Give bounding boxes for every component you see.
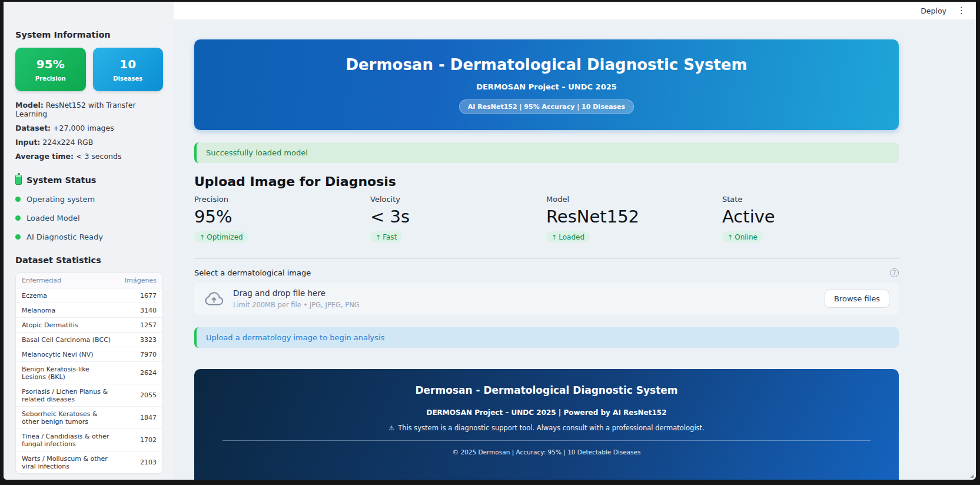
cloud-upload-icon	[204, 291, 224, 307]
metric-velocity: Velocity < 3s Fast	[370, 195, 546, 242]
precision-card-value: 95%	[36, 57, 65, 71]
table-row: Warts / Molluscum & other viral infectio…	[16, 451, 162, 474]
app-window: System Information 95% Precision 10 Dise…	[4, 2, 976, 480]
green-status-dot-icon	[15, 197, 21, 202]
dropzone-title: Drag and drop file here	[233, 288, 815, 298]
count-cell: 1677	[119, 288, 162, 303]
disease-cell: Atopic Dermatitis	[16, 318, 119, 333]
dropzone-hint: Limit 200MB per file • JPG, JPEG, PNG	[233, 301, 815, 309]
table-header-row: Enfermedad Imágenes	[16, 273, 162, 288]
resize-grip[interactable]: ◢	[970, 474, 975, 479]
status-item-label: Loaded Model	[26, 214, 80, 222]
main-content: Dermosan - Dermatological Diagnostic Sys…	[174, 19, 976, 480]
column-header-images: Imágenes	[119, 273, 162, 288]
disease-cell: Basal Cell Carcinoma (BCC)	[16, 333, 119, 347]
metric-value: Active	[722, 207, 898, 227]
system-information-title: System Information	[15, 30, 163, 39]
up-arrow-icon	[552, 233, 557, 241]
dataset-statistics-title: Dataset Statistics	[15, 255, 163, 265]
metric-delta-badge: Loaded	[546, 231, 590, 242]
count-cell: 7970	[119, 347, 162, 362]
disease-cell: Melanocytic Nevi (NV)	[16, 347, 119, 362]
metric-value: < 3s	[370, 207, 546, 227]
up-arrow-icon	[200, 233, 205, 241]
footer-banner: Dermosan - Dermatological Diagnostic Sys…	[194, 369, 899, 480]
status-item-loaded-model: Loaded Model	[15, 214, 163, 222]
table-row: Basal Cell Carcinoma (BCC)3323	[16, 333, 162, 347]
disease-cell: Tinea / Candidiasis & other fungal infec…	[16, 429, 119, 451]
metric-label: Precision	[194, 195, 370, 204]
overflow-menu-icon[interactable]: ⋮	[957, 6, 965, 15]
hero-banner: Dermosan - Dermatological Diagnostic Sys…	[194, 39, 899, 130]
spec-avg-time-label: Average time:	[15, 152, 74, 161]
table-row: Tinea / Candidiasis & other fungal infec…	[16, 429, 162, 451]
spec-input-label: Input:	[15, 138, 40, 147]
disease-cell: Warts / Molluscum & other viral infectio…	[16, 451, 119, 474]
browse-files-button[interactable]: Browse files	[825, 290, 889, 308]
metric-label: Velocity	[370, 195, 546, 204]
hero-badge: AI ResNet152 | 95% Accuracy | 10 Disease…	[459, 99, 634, 114]
success-alert: Successfully loaded model	[194, 142, 899, 163]
disease-cell: Seborrheic Keratoses & other benign tumo…	[16, 407, 119, 429]
metric-label: Model	[546, 195, 722, 204]
system-status-title-text: System Status	[26, 175, 97, 185]
spec-avg-time-value: < 3 seconds	[74, 152, 121, 161]
footer-title: Dermosan - Dermatological Diagnostic Sys…	[194, 384, 899, 396]
table-row: Atopic Dermatitis1257	[16, 318, 162, 333]
spec-model-label: Model:	[15, 101, 44, 109]
disease-cell: Psoriasis / Lichen Planus & related dise…	[16, 384, 119, 407]
table-row: Melanocytic Nevi (NV)7970	[16, 347, 162, 362]
column-header-disease: Enfermedad	[16, 273, 119, 288]
metric-value: 95%	[194, 207, 370, 227]
diseases-card: 10 Diseases	[93, 48, 164, 91]
status-item-label: AI Diagnostic Ready	[26, 232, 103, 241]
count-cell: 3323	[119, 333, 162, 347]
dataset-table: Enfermedad Imágenes Eczema1677 Melanoma3…	[15, 273, 163, 474]
count-cell: 3140	[119, 303, 162, 318]
upload-section-title: Upload Image for Diagnosis	[194, 174, 899, 189]
file-dropzone[interactable]: Drag and drop file here Limit 200MB per …	[194, 283, 899, 315]
table-row: Eczema1677	[16, 288, 162, 303]
section-divider	[194, 258, 899, 259]
spec-input: Input: 224x224 RGB	[15, 138, 163, 147]
precision-card-label: Precision	[35, 75, 66, 82]
count-cell: 2055	[119, 384, 162, 407]
metric-state: State Active Online	[722, 195, 898, 242]
diseases-card-value: 10	[119, 57, 136, 71]
help-icon[interactable]	[890, 268, 899, 277]
green-status-dot-icon	[15, 215, 21, 221]
metric-delta-badge: Online	[722, 231, 763, 242]
count-cell: 2624	[119, 362, 162, 384]
deploy-button[interactable]: Deploy	[921, 6, 946, 15]
spec-dataset-value: +27,000 images	[51, 124, 114, 132]
disease-cell: Benign Keratosis-like Lesions (BKL)	[16, 362, 119, 384]
table-row: Seborrheic Keratoses & other benign tumo…	[16, 407, 162, 429]
count-cell: 2103	[119, 451, 162, 474]
table-row: Benign Keratosis-like Lesions (BKL)2624	[16, 362, 162, 384]
status-item-label: Operating system	[26, 195, 95, 204]
up-arrow-icon	[727, 233, 733, 241]
metric-model: Model ResNet152 Loaded	[546, 195, 722, 242]
app-toolbar: Deploy ⋮	[174, 2, 976, 19]
disease-cell: Melanoma	[16, 303, 119, 318]
hero-subtitle: DERMOSAN Project – UNDC 2025	[476, 82, 617, 91]
spec-input-value: 224x224 RGB	[40, 138, 93, 147]
spec-avg-time: Average time: < 3 seconds	[15, 152, 163, 161]
metric-delta-text: Online	[735, 233, 758, 241]
green-status-dot-icon	[15, 234, 21, 240]
main-area: Deploy ⋮ Dermosan - Dermatological Diagn…	[174, 2, 976, 480]
status-item-ai-diagnostic-ready: AI Diagnostic Ready	[15, 232, 163, 241]
metric-delta-badge: Optimized	[194, 231, 248, 242]
table-row: Melanoma3140	[16, 303, 162, 318]
spec-dataset: Dataset: +27,000 images	[15, 124, 163, 132]
spec-model: Model: ResNet152 with Transfer Learning	[15, 101, 163, 118]
metrics-row: Precision 95% Optimized Velocity < 3s Fa…	[194, 195, 899, 242]
stat-cards: 95% Precision 10 Diseases	[15, 48, 163, 91]
status-item-operating-system: Operating system	[15, 195, 163, 204]
footer-disclaimer-text: This system is a diagnostic support tool…	[398, 424, 705, 432]
battery-icon	[15, 175, 22, 185]
footer-copyright: © 2025 Dermosan | Accuracy: 95% | 10 Det…	[194, 449, 899, 456]
warning-icon	[388, 424, 394, 432]
hero-title: Dermosan - Dermatological Diagnostic Sys…	[346, 56, 747, 74]
count-cell: 1847	[119, 407, 162, 429]
